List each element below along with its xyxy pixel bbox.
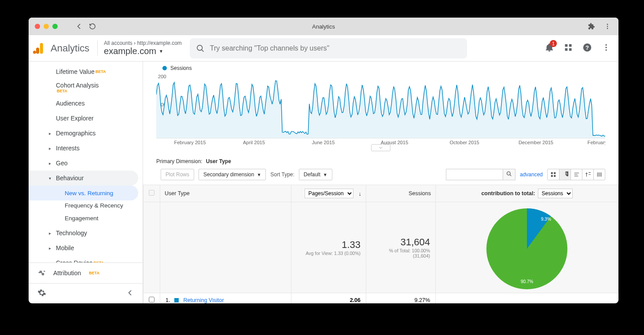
- back-button[interactable]: [74, 22, 84, 31]
- accounts-label: All accounts: [104, 40, 132, 46]
- svg-text:9.3%: 9.3%: [541, 217, 551, 222]
- browser-menu-icon[interactable]: [603, 22, 612, 31]
- svg-point-1: [607, 26, 608, 27]
- main-content: Sessions 200 100 February 2015April 2015…: [143, 62, 618, 303]
- more-vert-icon: [602, 43, 611, 52]
- color-swatch: [174, 298, 179, 302]
- user-type-link[interactable]: Returning Visitor: [183, 297, 224, 303]
- sidebar-item-cross-device[interactable]: ▸Cross DeviceBETA: [29, 255, 138, 262]
- view-comparison[interactable]: [582, 169, 593, 180]
- help-button[interactable]: ?: [582, 43, 592, 54]
- window-maximize[interactable]: [52, 24, 58, 29]
- pivot-icon: [596, 171, 603, 178]
- expand-chart-button[interactable]: [371, 144, 390, 151]
- sort-type-dropdown[interactable]: Default ▼: [299, 169, 332, 180]
- pie-icon: [562, 171, 568, 178]
- svg-rect-31: [551, 175, 553, 177]
- page-title: Analytics: [29, 23, 618, 30]
- triangle-icon: ▸: [49, 146, 51, 151]
- sidebar-item-technology[interactable]: ▸Technology: [29, 226, 138, 240]
- svg-point-15: [605, 47, 607, 48]
- window-close[interactable]: [35, 24, 40, 29]
- triangle-icon: ▸: [49, 131, 51, 136]
- svg-rect-3: [40, 43, 43, 54]
- sidebar-item-cohort-analysis[interactable]: Cohort Analysis BETA: [29, 79, 138, 96]
- notifications-button[interactable]: 1: [545, 43, 554, 54]
- sidebar-item-frequency-recency[interactable]: Frequency & Recency: [29, 200, 138, 211]
- svg-rect-30: [554, 172, 556, 174]
- select-all-checkbox[interactable]: [149, 190, 155, 196]
- svg-rect-11: [569, 48, 572, 51]
- help-icon: ?: [582, 43, 592, 52]
- view-pie[interactable]: [559, 169, 570, 180]
- sidebar-item-behaviour[interactable]: ▾Behaviour: [29, 171, 138, 186]
- svg-text:April 2015: April 2015: [243, 140, 265, 145]
- col-user-type[interactable]: User Type: [160, 187, 291, 200]
- admin-settings-button[interactable]: [37, 288, 46, 299]
- sidebar-item-geo[interactable]: ▸Geo: [29, 156, 138, 171]
- table-search-button[interactable]: [503, 169, 515, 180]
- collapse-sidebar-button[interactable]: [127, 289, 134, 298]
- reload-button[interactable]: [88, 22, 97, 31]
- app-header: Analytics All accounts › http://example.…: [29, 35, 618, 62]
- chevron-left-icon: [127, 289, 134, 296]
- sidebar-item-demographics[interactable]: ▸Demographics: [29, 126, 138, 141]
- svg-point-14: [605, 44, 607, 45]
- sidebar-item-engagement[interactable]: Engagement: [29, 211, 138, 226]
- triangle-icon: ▸: [49, 246, 51, 251]
- svg-text:June 2015: June 2015: [312, 140, 335, 145]
- advanced-link[interactable]: advanced: [520, 171, 543, 178]
- apps-button[interactable]: [564, 43, 573, 54]
- window-minimize[interactable]: [44, 24, 49, 29]
- search-input[interactable]: [210, 44, 461, 52]
- search-bar[interactable]: [190, 38, 467, 58]
- kebab-menu[interactable]: [602, 43, 611, 54]
- svg-text:200: 200: [158, 74, 166, 79]
- secondary-dimension-dropdown[interactable]: Secondary dimension ▼: [199, 169, 266, 180]
- triangle-icon: ▸: [49, 161, 51, 166]
- sidebar-item-interests[interactable]: ▸Interests: [29, 141, 138, 156]
- table-icon: [550, 171, 556, 178]
- brand-name: Analytics: [51, 43, 89, 54]
- sidebar-item-lifetime-value[interactable]: Lifetime ValueBETA: [29, 64, 138, 79]
- caret-down-icon: ▼: [323, 172, 328, 177]
- view-pivot[interactable]: [593, 169, 605, 180]
- sidebar-item-new-vs-returning[interactable]: New vs. Returning: [29, 186, 138, 200]
- row-checkbox[interactable]: [149, 297, 155, 302]
- data-table: User Type Pages/Session ↓ Sessions contr…: [143, 185, 618, 303]
- apps-grid-icon: [564, 43, 573, 52]
- analytics-logo: [33, 42, 45, 55]
- search-icon: [196, 44, 205, 53]
- attribution-icon: [37, 269, 46, 277]
- sidebar-item-user-explorer[interactable]: User Explorer: [29, 111, 138, 126]
- view-bar[interactable]: [570, 169, 582, 180]
- table-search-input[interactable]: [446, 169, 503, 180]
- bar-icon: [574, 171, 580, 178]
- sidebar-item-attribution[interactable]: AttributionBETA: [29, 263, 143, 283]
- svg-rect-29: [551, 172, 553, 174]
- pages-session-select[interactable]: Pages/Session: [305, 189, 353, 198]
- table-controls: Plot Rows Secondary dimension ▼ Sort Typ…: [143, 169, 618, 185]
- triangle-icon: ▸: [49, 231, 51, 236]
- svg-rect-10: [565, 48, 568, 51]
- property-name: example.com: [104, 46, 156, 56]
- view-data-table[interactable]: [548, 169, 559, 180]
- account-picker[interactable]: All accounts › http://example.com exampl…: [97, 40, 182, 56]
- plot-rows-button[interactable]: Plot Rows: [161, 169, 194, 180]
- svg-point-16: [605, 49, 607, 51]
- chevron-down-icon: [378, 146, 384, 150]
- col-sessions[interactable]: Sessions: [366, 187, 435, 200]
- sidebar-item-audiences[interactable]: Audiences: [29, 96, 138, 111]
- summary-sessions: 31,604: [366, 232, 435, 248]
- legend-marker: [162, 66, 167, 70]
- svg-point-0: [607, 24, 608, 25]
- extensions-icon[interactable]: [587, 22, 596, 31]
- svg-text:90.7%: 90.7%: [521, 279, 533, 284]
- table-row: 1.Returning Visitor 2.06 9.27%: [144, 293, 618, 304]
- app-window: Analytics Analytics All accounts › http:…: [29, 18, 618, 303]
- sidebar-item-mobile[interactable]: ▸Mobile: [29, 240, 138, 255]
- view-toggle: [547, 169, 605, 180]
- sort-desc-icon[interactable]: ↓: [356, 190, 362, 197]
- contribution-metric-select[interactable]: Sessions: [538, 189, 573, 198]
- svg-text:October 2015: October 2015: [450, 140, 479, 145]
